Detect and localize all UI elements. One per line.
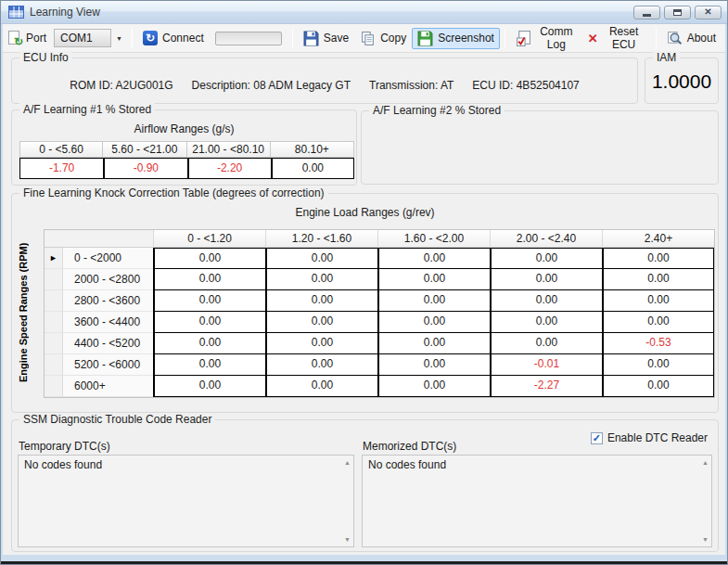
knock-value-cell[interactable]: -2.27 xyxy=(490,376,602,397)
airflow-ranges-axis-title: Airflow Ranges (g/s) xyxy=(12,122,356,135)
knock-row-selector[interactable] xyxy=(45,290,63,312)
memorized-dtc-textbox[interactable]: No codes found ▲ ▼ xyxy=(362,455,712,547)
maximize-button[interactable] xyxy=(664,6,691,19)
scroll-up-icon[interactable]: ▲ xyxy=(344,459,351,466)
knock-value-cell[interactable]: 0.00 xyxy=(153,312,265,333)
screenshot-button[interactable]: Screenshot xyxy=(412,28,500,49)
knock-correction-group-title: Fine Learning Knock Correction Table (de… xyxy=(19,186,328,200)
knock-row-selector[interactable] xyxy=(45,312,63,333)
window-controls: ✕ xyxy=(633,6,722,19)
background-strip xyxy=(1,561,727,564)
titlebar: Learning View ✕ xyxy=(1,1,727,24)
comm-log-button[interactable]: Comm Log xyxy=(510,22,582,54)
temporary-dtc-text: No codes found xyxy=(24,458,102,471)
knock-value-cell[interactable]: 0.00 xyxy=(377,269,490,290)
screenshot-icon xyxy=(417,31,433,46)
copy-button[interactable]: Copy xyxy=(354,28,412,49)
temporary-dtc-textbox[interactable]: No codes found ▲ ▼ xyxy=(18,455,354,547)
memorized-dtc-label: Memorized DTC(s) xyxy=(363,440,456,453)
knock-value-cell[interactable]: 0.00 xyxy=(153,269,265,290)
knock-row-header: 4400 - <5200 xyxy=(63,333,153,354)
minimize-icon xyxy=(643,14,651,17)
refresh-arrows-glyph: ↻ xyxy=(14,35,23,48)
knock-value-cell[interactable]: 0.00 xyxy=(265,248,377,269)
knock-row-selector[interactable] xyxy=(45,333,63,354)
knock-row-header: 6000+ xyxy=(63,376,153,397)
save-icon xyxy=(303,31,319,46)
knock-value-cell[interactable]: 0.00 xyxy=(265,333,377,354)
engine-load-ranges-axis-title: Engine Load Ranges (g/rev) xyxy=(12,206,718,219)
knock-value-cell[interactable]: 0.00 xyxy=(377,354,490,376)
knock-value-cell[interactable]: 0.00 xyxy=(153,376,265,397)
knock-value-cell[interactable]: 0.00 xyxy=(602,248,714,269)
transmission-field: Transmission: AT xyxy=(369,79,453,92)
scroll-down-icon[interactable]: ▼ xyxy=(702,536,709,543)
about-button[interactable]: About xyxy=(661,28,722,49)
toolbar-separator xyxy=(292,29,293,48)
knock-value-cell[interactable]: -0.53 xyxy=(602,333,714,354)
save-button-label: Save xyxy=(324,32,349,45)
checkbox-box[interactable]: ✓ xyxy=(591,432,603,444)
knock-value-cell[interactable]: 0.00 xyxy=(602,376,714,397)
knock-value-cell[interactable]: 0.00 xyxy=(153,248,265,269)
af1-value-cell: 0.00 xyxy=(271,158,354,179)
close-icon: ✕ xyxy=(704,7,711,17)
dropdown-arrow-icon[interactable]: ▼ xyxy=(111,29,127,47)
connect-button[interactable]: ↻ Connect xyxy=(137,28,210,48)
reset-ecu-button[interactable]: ✕ Reset ECU xyxy=(582,22,651,54)
knock-value-cell[interactable]: 0.00 xyxy=(602,354,714,376)
knock-row-header: 2800 - <3600 xyxy=(63,290,153,312)
port-label: Port xyxy=(26,32,46,45)
knock-value-cell[interactable]: 0.00 xyxy=(490,290,602,312)
port-combobox-value: COM1 xyxy=(54,29,111,47)
knock-value-cell[interactable]: 0.00 xyxy=(490,333,602,354)
comm-log-icon xyxy=(516,31,531,46)
knock-value-cell[interactable]: 0.00 xyxy=(490,312,602,333)
enable-dtc-reader-checkbox[interactable]: ✓ Enable DTC Reader xyxy=(589,431,709,444)
knock-value-cell[interactable]: 0.00 xyxy=(265,290,377,312)
knock-value-cell[interactable]: 0.00 xyxy=(377,333,490,354)
save-button[interactable]: Save xyxy=(298,28,354,49)
af1-value-cell: -1.70 xyxy=(19,158,103,179)
checkbox-check-icon: ✓ xyxy=(593,433,601,443)
knock-value-cell[interactable]: 0.00 xyxy=(602,312,714,333)
knock-row-header: 5200 - <6000 xyxy=(63,354,153,376)
knock-row-selector[interactable]: ► xyxy=(45,248,63,269)
knock-row-selector[interactable] xyxy=(45,269,63,290)
screenshot-button-label: Screenshot xyxy=(438,32,494,45)
af-learning-2-group-title: A/F Learning #2 % Stored xyxy=(369,104,504,118)
knock-value-cell[interactable]: 0.00 xyxy=(602,290,714,312)
knock-value-cell[interactable]: 0.00 xyxy=(490,269,602,290)
learning-view-window: Learning View ✕ ↻ Port COM1 ▼ ↻ Connect xyxy=(0,0,728,565)
knock-row-selector[interactable] xyxy=(45,376,63,397)
knock-value-cell[interactable]: 0.00 xyxy=(265,354,377,376)
af1-value-cell: -2.20 xyxy=(187,158,271,179)
learning-view-app-icon xyxy=(8,6,24,19)
scroll-down-icon[interactable]: ▼ xyxy=(344,536,351,543)
knock-value-cell[interactable]: 0.00 xyxy=(153,290,265,312)
knock-value-cell[interactable]: 0.00 xyxy=(265,269,377,290)
scroll-up-icon[interactable]: ▲ xyxy=(702,459,709,466)
copy-icon xyxy=(360,31,376,46)
knock-value-cell[interactable]: 0.00 xyxy=(377,376,490,397)
knock-value-cell[interactable]: 0.00 xyxy=(153,354,265,376)
knock-value-cell[interactable]: 0.00 xyxy=(602,269,714,290)
minimize-button[interactable] xyxy=(633,6,660,19)
knock-value-cell[interactable]: 0.00 xyxy=(490,248,602,269)
knock-value-cell[interactable]: 0.00 xyxy=(377,312,490,333)
knock-correction-table: 0 - <1.201.20 - <1.601.60 - <2.002.00 - … xyxy=(44,229,715,398)
about-button-label: About xyxy=(687,32,716,45)
port-combobox[interactable]: COM1 ▼ xyxy=(54,29,127,47)
knock-value-cell[interactable]: 0.00 xyxy=(265,376,377,397)
knock-row-selector[interactable] xyxy=(45,354,63,376)
knock-value-cell[interactable]: 0.00 xyxy=(377,248,490,269)
knock-value-cell[interactable]: 0.00 xyxy=(153,333,265,354)
enable-dtc-reader-label: Enable DTC Reader xyxy=(607,431,708,444)
engine-speed-ranges-axis-title: Engine Speed Ranges (RPM) xyxy=(18,233,29,392)
reset-ecu-icon: ✕ xyxy=(588,32,598,45)
close-button[interactable]: ✕ xyxy=(695,6,722,19)
knock-value-cell[interactable]: 0.00 xyxy=(377,290,490,312)
knock-value-cell[interactable]: 0.00 xyxy=(265,312,377,333)
knock-value-cell[interactable]: -0.01 xyxy=(490,354,602,376)
knock-row-header: 2000 - <2800 xyxy=(63,269,153,290)
